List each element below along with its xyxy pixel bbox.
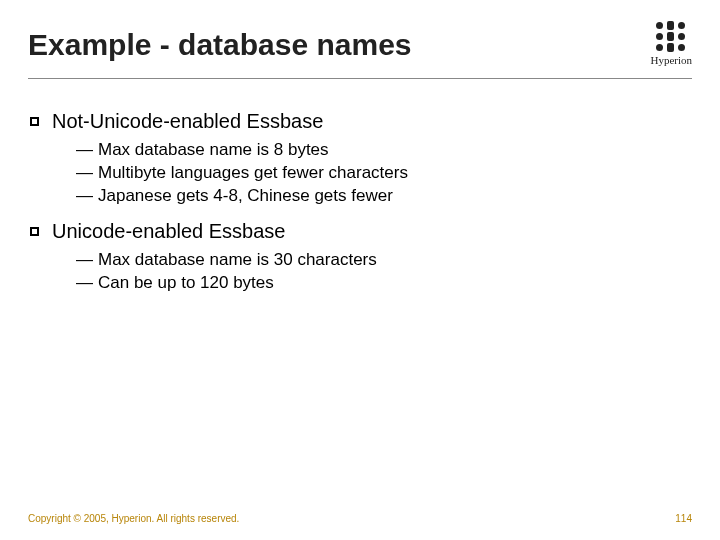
title-divider [28,78,692,79]
page-title: Example - database names [28,28,412,62]
list-item: Max database name is 30 characters [76,249,692,272]
section-heading-1: Not-Unicode-enabled Essbase [28,110,692,133]
list-item: Can be up to 120 bytes [76,272,692,295]
sub-list-2: Max database name is 30 characters Can b… [28,249,692,295]
list-item: Japanese gets 4-8, Chinese gets fewer [76,185,692,208]
brand-logo: Hyperion [650,22,692,66]
hyperion-dots-icon [656,22,686,52]
sub-list-1: Max database name is 8 bytes Multibyte l… [28,139,692,208]
list-item: Multibyte languages get fewer characters [76,162,692,185]
content-area: Not-Unicode-enabled Essbase Max database… [28,110,692,295]
slide: Example - database names Hyperion Not-Un… [0,0,720,540]
footer-copyright: Copyright © 2005, Hyperion. All rights r… [28,513,239,524]
brand-name: Hyperion [650,54,692,66]
section-heading-2: Unicode-enabled Essbase [28,220,692,243]
list-item: Max database name is 8 bytes [76,139,692,162]
footer-page-number: 114 [675,513,692,524]
